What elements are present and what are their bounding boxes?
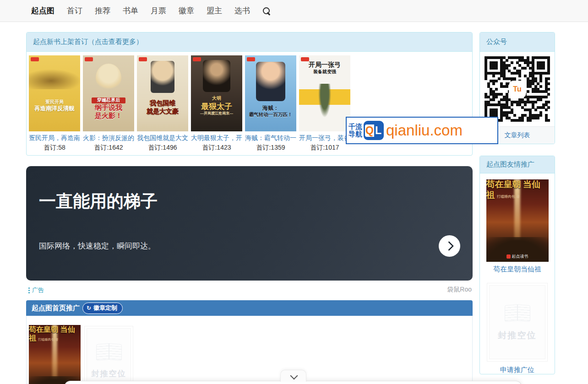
book-stat-4: 首订:1423	[202, 144, 231, 152]
new-books-panel-title[interactable]: 起点新书上架首订（点击查看更多）	[27, 32, 472, 52]
vertical-dots-icon	[28, 287, 30, 289]
qianliu-cn-label: 千流 导航	[348, 123, 362, 138]
cover-title-line: 我包国维	[137, 99, 188, 108]
qidian-brand-icon	[247, 57, 255, 61]
empty-slot-label: 封推空位	[92, 368, 126, 379]
book-stat-6: 首订:1017	[310, 144, 339, 152]
qidian-brand-label: 起点读书	[512, 254, 528, 260]
qianliu-domain: qianliu.com	[386, 122, 463, 139]
friend-promo-panel: 起点图友情推广 苟在皇朝 当仙祖 打瞌睡肉包 著 起点读书 苟在皇朝当仙祖 封推…	[479, 156, 555, 374]
badge-custom-button[interactable]: ↻ 徽章定制	[82, 303, 123, 314]
qianliu-cn-line2: 导航	[348, 130, 362, 138]
book-stat-3: 首订:1496	[148, 144, 177, 152]
qr-center-logo: Tu	[510, 81, 525, 97]
ad-flag[interactable]: 广告	[28, 286, 44, 294]
qr-code: Tu	[485, 56, 550, 122]
cover-title-line: 开局一张弓	[299, 61, 350, 69]
wechat-panel-title: 公众号	[480, 32, 555, 52]
book-cover-2[interactable]: 穿越忍界后 纲手说我 是火影！	[83, 55, 134, 131]
book-item-5: 海贼： 霸气转动一百万匹！ 海贼：霸气转动一 首订:1359	[244, 55, 298, 152]
book-cover-4[interactable]: 大明 最狠太子 —开局渡江抢南京—	[191, 55, 242, 131]
ad-meta-row: 广告 袋鼠Roo	[26, 286, 473, 294]
promo-section-body: 苟在皇朝 当仙祖 打瞌睡肉包 著 封推空位	[26, 316, 473, 384]
cover-title-line: 就是大文豪	[137, 108, 188, 116]
promo-cover-author: 打瞌睡肉包 著	[38, 338, 58, 341]
empty-slot-label: 封推空位	[498, 330, 537, 341]
book-caption-4[interactable]: 大明最狠太子，开	[190, 134, 244, 142]
qidian-brand-row: 起点读书	[486, 254, 549, 260]
book-caption-6[interactable]: 开局一张弓，装备	[298, 134, 352, 142]
book-item-1: 疍民开局 再造南洋反清舰 疍民开局，再造南 首订:58	[27, 55, 82, 152]
book-caption-3[interactable]: 我包国维就是大文	[136, 134, 190, 142]
qidian-brand-icon	[31, 57, 39, 61]
qidian-brand-icon	[193, 57, 201, 61]
banner-ad-title: 一直能用的梯子	[39, 190, 158, 213]
circle-arrow-icon: ↻	[87, 305, 91, 311]
nav-item-huizhang[interactable]: 徽章	[179, 5, 194, 16]
apply-promo-link[interactable]: 申请推广位	[480, 366, 555, 374]
book-cover-5[interactable]: 海贼： 霸气转动一百万匹！	[245, 55, 296, 131]
nav-item-yuepiao[interactable]: 月票	[151, 5, 166, 16]
cover-title-line: —开局渡江抢南京—	[191, 111, 242, 116]
search-icon[interactable]	[262, 7, 271, 15]
book-item-4: 大明 最狠太子 —开局渡江抢南京— 大明最狠太子，开 首订:1423	[190, 55, 244, 152]
banner-next-button[interactable]	[439, 235, 460, 257]
book-caption-5[interactable]: 海贼：霸气转动一	[244, 134, 298, 142]
qidian-brand-icon	[506, 254, 511, 259]
promo-book-cover[interactable]: 苟在皇朝 当仙祖 打瞌睡肉包 著	[29, 325, 81, 384]
friend-cover-author: 打瞌睡肉包 著	[497, 195, 520, 199]
friend-cover-title-line: 苟在皇朝	[486, 179, 521, 189]
book-item-6: 开局一张弓 装备就变强 开局一张弓，装备 首订:1017	[298, 55, 352, 152]
qianliu-watermark-ad[interactable]: 千流 导航 Q L qianliu.com	[346, 117, 498, 144]
cover-title-line: 最狠太子	[191, 102, 242, 111]
qr-wrap: Tu	[480, 52, 555, 126]
badge-custom-label: 徽章定制	[93, 304, 117, 312]
cover-title-line: 大明	[191, 96, 242, 102]
book-stat-5: 首订:1359	[256, 144, 285, 152]
promo-section-header: 起点图首页推广 ↻ 徽章定制	[26, 300, 473, 316]
book-stat-2: 首订:1642	[94, 144, 123, 152]
cover-title-line: 霸气转动一百万匹！	[245, 112, 296, 118]
book-stat-1: 首订:58	[44, 144, 65, 152]
nav-item-shouding[interactable]: 首订	[67, 5, 82, 16]
qidian-brand-icon	[139, 57, 147, 61]
book-caption-2[interactable]: 火影：扮演反派的	[82, 134, 136, 142]
friend-book-cover[interactable]: 苟在皇朝 当仙祖 打瞌睡肉包 著 起点读书	[486, 179, 549, 262]
nav-item-xuanshu[interactable]: 选书	[234, 5, 250, 16]
ad-label: 广告	[32, 286, 44, 294]
cover-title-line: 再造南洋反清舰	[29, 105, 80, 113]
top-nav: 起点图 首订 推荐 书单 月票 徽章 盟主 选书	[0, 0, 588, 22]
cover-title-line: 海贼：	[245, 105, 296, 112]
nav-item-home[interactable]: 起点图	[31, 5, 54, 16]
nav-item-shudan[interactable]: 书单	[123, 5, 138, 16]
book-cover-3[interactable]: 我包国维 就是大文豪	[137, 55, 188, 131]
banner-ad-subtitle: 国际网络，快速稳定，瞬间即达。	[39, 241, 156, 251]
qidian-brand-icon	[301, 57, 309, 61]
promo-cover-title-line: 苟在皇朝	[29, 325, 58, 333]
book-item-3: 我包国维 就是大文豪 我包国维就是大文 首订:1496	[136, 55, 190, 152]
qianliu-logo-icon: Q L	[364, 121, 384, 140]
banner-ad[interactable]: 一直能用的梯子 国际网络，快速稳定，瞬间即达。	[26, 166, 473, 281]
open-book-icon	[505, 303, 530, 321]
cover-title-line: 是火影！	[83, 112, 134, 120]
open-book-icon	[96, 342, 122, 360]
book-caption-1[interactable]: 疍民开局，再造南	[27, 134, 82, 142]
qianliu-logo-l: L	[374, 124, 382, 137]
cover-title-line: 纲手说我	[83, 103, 134, 112]
promo-section-title: 起点图首页推广	[32, 304, 80, 313]
book-cover-1[interactable]: 疍民开局 再造南洋反清舰	[29, 55, 80, 131]
collapse-sheet-button[interactable]	[280, 370, 306, 382]
friend-book-link[interactable]: 苟在皇朝当仙祖	[480, 265, 555, 274]
book-cover-6[interactable]: 开局一张弓 装备就变强	[299, 55, 350, 131]
nav-item-mengzhu[interactable]: 盟主	[207, 5, 222, 16]
promo-empty-slot: 封推空位	[84, 326, 133, 384]
cover-title-line: 疍民开局	[29, 99, 80, 105]
friend-panel-title: 起点图友情推广	[480, 156, 555, 173]
advertiser-label: 袋鼠Roo	[447, 286, 472, 294]
book-item-2: 穿越忍界后 纲手说我 是火影！ 火影：扮演反派的 首订:1642	[82, 55, 136, 152]
nav-item-tuijian[interactable]: 推荐	[95, 5, 110, 16]
friend-empty-slot: 封推空位	[487, 283, 548, 362]
qianliu-cn-line1: 千流	[348, 123, 362, 130]
cover-title-line: 装备就变强	[299, 69, 350, 75]
qianliu-logo-q: Q	[365, 124, 374, 137]
